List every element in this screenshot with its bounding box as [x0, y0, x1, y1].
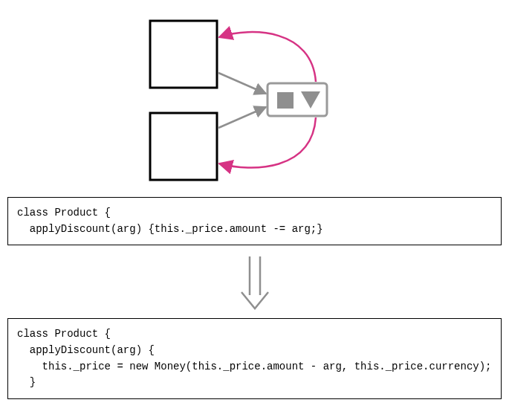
shared-value-panel	[268, 83, 327, 116]
back-arrow-bottom	[219, 117, 316, 168]
square-icon	[277, 92, 294, 109]
double-down-arrow-icon	[239, 252, 271, 311]
code-after: class Product { applyDiscount(arg) { thi…	[7, 318, 502, 399]
code-before: class Product { applyDiscount(arg) {this…	[7, 197, 502, 245]
refactoring-diagram	[7, 7, 502, 190]
forward-arrow-top	[218, 73, 266, 94]
diagram-svg	[7, 7, 502, 190]
bottom-left-box	[150, 113, 217, 180]
back-arrow-top	[219, 32, 316, 82]
transform-arrow	[7, 248, 502, 315]
forward-arrow-bottom	[218, 107, 266, 128]
top-left-box	[150, 21, 217, 88]
